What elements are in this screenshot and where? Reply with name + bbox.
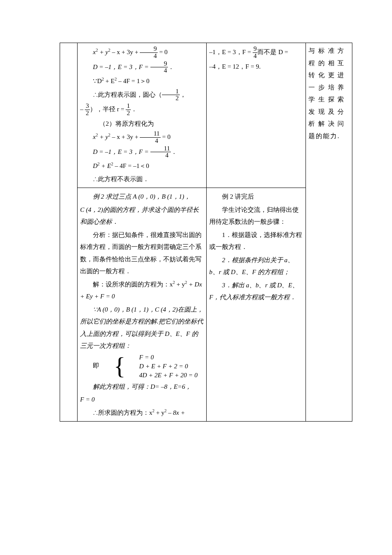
lesson-plan-table: x2 + y2 – x + 3y + 94 = 0 D = –1，E = 3，F… (60, 43, 352, 422)
r1c2-l1: –1，E = 3，F = 94而不是 D = (209, 46, 303, 60)
intent-col: 与 标 准 方程 的 相 互转 化 更 进一 步 培 养学 生 探 索发 现 及… (306, 43, 352, 422)
r2-p3: 解：设所求的圆的方程为：x2 + y2 + Dx + Ey + F = 0 (80, 278, 204, 303)
r2c2-l3: 1．根据题设，选择标准方程或一般方程． (209, 229, 303, 253)
r1-eq7: x2 + y2 – x + 3y + 114 = 0 (80, 130, 204, 145)
r1-line4: ∴此方程表示圆，圆心（12， (80, 88, 204, 102)
r2c2-l5: 3．解出 a、b、r 或 D、E、F，代入标准方程或一般方程． (209, 279, 303, 304)
r2-teacher-col: 例 2 求过三点 A (0，0)，B (1，1)， C (4，2)的圆的方程，并… (78, 188, 207, 422)
left-brace-icon: { (101, 354, 126, 379)
r2-p7: ∴所求圆的方程为：x2 + y2 – 8x + (80, 407, 204, 419)
intent-text: 与 标 准 方程 的 相 互转 化 更 进一 步 培 养学 生 探 索发 现 及… (308, 45, 349, 142)
r2-p2: 分析：据已知条件，很难直接写出圆的标准方程，而圆的一般方程则需确定三个系数，而条… (80, 229, 204, 278)
r2-p6: 解此方程组，可得：D= –8，E=6， (80, 381, 204, 393)
r2-p1b: C (4，2)的圆的方程，并求这个圆的半径长和圆心坐标． (80, 204, 204, 228)
r1-line2: D = –1，E = 3，F = 94． (80, 61, 204, 75)
r1-line3: ∵D2 + E2 – 4F = 1＞0 (80, 75, 204, 87)
r2-sys: 即 { F = 0 D + E + F + 2 = 0 4D + 2E + F … (80, 353, 204, 380)
r2c2-l1: 例 2 讲完后 (209, 191, 303, 203)
r1-line6: （2）将原方程化为 (80, 118, 204, 130)
r2-p4: ∵A (0，0)，B (1，1)，C (4，2)在圆上，所以它们的坐标是方程的解… (80, 304, 204, 352)
r1-line5: – 32），半径 r = 12． (80, 103, 204, 117)
r1-eq1: x2 + y2 – x + 3y + 94 = 0 (80, 46, 204, 60)
r2-p1a: 例 2 求过三点 A (0，0)，B (1，1)， (80, 191, 204, 203)
brace-system: { F = 0 D + E + F + 2 = 0 4D + 2E + F + … (101, 353, 198, 380)
stub-cell (60, 43, 78, 422)
r1-teacher-col: x2 + y2 – x + 3y + 94 = 0 D = –1，E = 3，F… (78, 43, 207, 188)
r2c2-l2: 学生讨论交流，归纳得出使用待定系数法的一般步骤： (209, 204, 303, 228)
r1-student-col: –1，E = 3，F = 94而不是 D = –4，E = 12，F = 9. (207, 43, 306, 188)
r1c2-l2: –4，E = 12，F = 9. (209, 61, 303, 73)
r1-line10: ∴此方程不表示圆． (80, 173, 204, 185)
r2c2-l4: 2．根据条件列出关于 a、b、r 或 D、E、F 的方程组； (209, 254, 303, 278)
r1-line8: D = –1，E = 3，F = 114． (80, 145, 204, 159)
r2-p6b: F = 0 (80, 393, 204, 406)
r2-student-col: 例 2 讲完后 学生讨论交流，归纳得出使用待定系数法的一般步骤： 1．根据题设，… (207, 188, 306, 422)
r1-line9: D2 + E2 – 4F = –1＜0 (80, 160, 204, 172)
